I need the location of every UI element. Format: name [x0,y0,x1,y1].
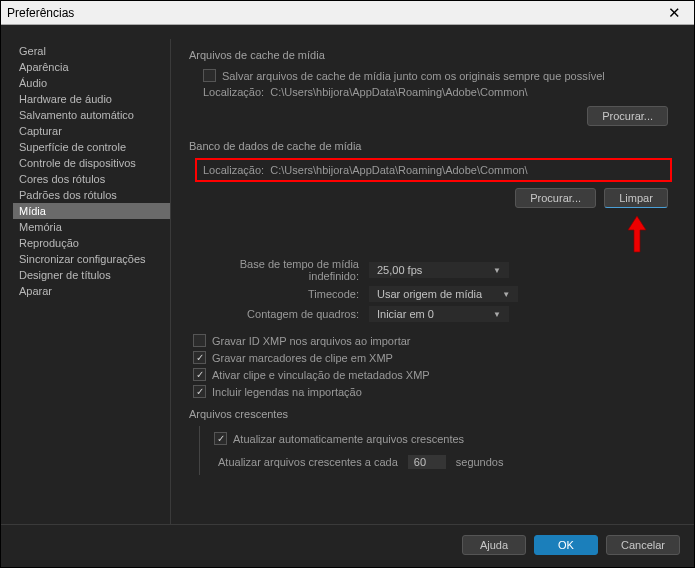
sidebar: GeralAparênciaÁudioHardware de áudioSalv… [13,39,171,524]
checkbox-icon[interactable] [214,432,227,445]
sidebar-item-6[interactable]: Superfície de controle [13,139,170,155]
checkbox-icon[interactable] [203,69,216,82]
footer: Ajuda OK Cancelar [1,524,694,567]
growing-interval-row: Atualizar arquivos crescentes a cada 60 … [200,453,672,471]
sidebar-item-14[interactable]: Designer de títulos [13,267,170,283]
sidebar-item-5[interactable]: Capturar [13,123,170,139]
checkbox-icon[interactable] [193,351,206,364]
titlebar: Preferências ✕ [1,1,694,25]
sidebar-item-1[interactable]: Aparência [13,59,170,75]
save-cache-row[interactable]: Salvar arquivos de cache de mídia junto … [189,67,672,84]
sidebar-item-7[interactable]: Controle de dispositivos [13,155,170,171]
chevron-down-icon: ▼ [493,266,501,275]
framecount-label: Contagem de quadros: [189,308,369,320]
save-cache-label: Salvar arquivos de cache de mídia junto … [222,70,605,82]
chevron-down-icon: ▼ [493,310,501,319]
help-button[interactable]: Ajuda [462,535,526,555]
close-button[interactable]: ✕ [654,1,694,25]
sidebar-item-15[interactable]: Aparar [13,283,170,299]
enable-clip-row[interactable]: Ativar clipe e vinculação de metadados X… [189,366,672,383]
growing-group-label: Arquivos crescentes [189,408,672,420]
db-group-label: Banco de dados de cache de mídia [189,140,672,152]
cache-group-label: Arquivos de cache de mídia [189,49,672,61]
sidebar-item-12[interactable]: Reprodução [13,235,170,251]
sidebar-item-11[interactable]: Memória [13,219,170,235]
sidebar-item-9[interactable]: Padrões dos rótulos [13,187,170,203]
ok-button[interactable]: OK [534,535,598,555]
db-clear-button[interactable]: Limpar [604,188,668,208]
content-panel: Arquivos de cache de mídia Salvar arquiv… [171,39,682,524]
checkbox-icon[interactable] [193,334,206,347]
cache-browse-button[interactable]: Procurar... [587,106,668,126]
sidebar-item-0[interactable]: Geral [13,43,170,59]
timecode-select[interactable]: Usar origem de mídia▼ [369,286,518,302]
timecode-label: Timecode: [189,288,369,300]
checkbox-icon[interactable] [193,368,206,381]
sidebar-item-3[interactable]: Hardware de áudio [13,91,170,107]
dialog-body: GeralAparênciaÁudioHardware de áudioSalv… [1,25,694,524]
clip-markers-row[interactable]: Gravar marcadores de clipe em XMP [189,349,672,366]
cancel-button[interactable]: Cancelar [606,535,680,555]
sidebar-item-4[interactable]: Salvamento automático [13,107,170,123]
growing-auto-row[interactable]: Atualizar automaticamente arquivos cresc… [200,430,672,447]
db-location-highlight: Localização: C:\Users\hbijora\AppData\Ro… [195,158,672,182]
xmp-id-row[interactable]: Gravar ID XMP nos arquivos ao importar [189,332,672,349]
framecount-select[interactable]: Iniciar em 0▼ [369,306,509,322]
sidebar-item-13[interactable]: Sincronizar configurações [13,251,170,267]
captions-row[interactable]: Incluir legendas na importação [189,383,672,400]
sidebar-item-10[interactable]: Mídia [13,203,170,219]
arrow-annotation [189,214,672,254]
checkbox-icon[interactable] [193,385,206,398]
db-browse-button[interactable]: Procurar... [515,188,596,208]
timebase-label: Base de tempo de mídia indefinido: [189,258,369,282]
timebase-select[interactable]: 25,00 fps▼ [369,262,509,278]
chevron-down-icon: ▼ [502,290,510,299]
cache-location: Localização: C:\Users\hbijora\AppData\Ro… [189,84,672,98]
window-title: Preferências [7,6,654,20]
sidebar-item-8[interactable]: Cores dos rótulos [13,171,170,187]
sidebar-item-2[interactable]: Áudio [13,75,170,91]
preferences-window: Preferências ✕ GeralAparênciaÁudioHardwa… [0,0,695,568]
growing-interval-input[interactable]: 60 [408,455,446,469]
